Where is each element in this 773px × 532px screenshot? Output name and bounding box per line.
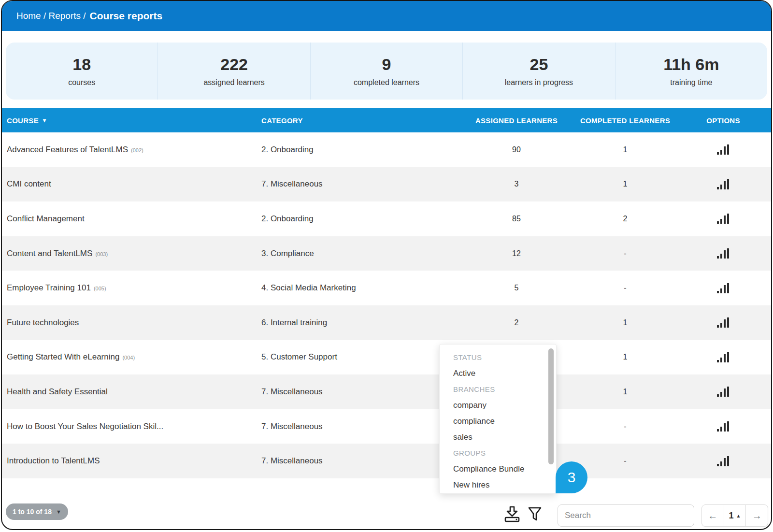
- bar-chart-icon[interactable]: [716, 421, 730, 432]
- course-name: Future technologies: [7, 318, 79, 327]
- dropdown-item-company[interactable]: company: [453, 397, 544, 413]
- bar-chart-icon[interactable]: [716, 179, 730, 190]
- stat-value: 11h 6m: [663, 55, 719, 74]
- column-header-completed-learners[interactable]: COMPLETED LEARNERS: [580, 116, 670, 125]
- course-name: Employee Training 101: [7, 283, 91, 292]
- rows-range-dropdown[interactable]: 1 to 10 of 18 ▼: [6, 503, 68, 520]
- breadcrumb[interactable]: Home / Reports /: [16, 11, 86, 21]
- stat-value: 25: [530, 55, 548, 74]
- stat-courses: 18 courses: [6, 43, 157, 100]
- page-number-selector[interactable]: 1 ▲: [724, 505, 746, 526]
- category-cell: 7. Miscellaneous: [261, 422, 466, 431]
- assigned-learners-cell: 3: [515, 180, 519, 188]
- table-row[interactable]: CMI content 7. Miscellaneous 3 1: [2, 167, 771, 202]
- bar-chart-icon[interactable]: [716, 248, 730, 259]
- completed-learners-cell: 1: [623, 180, 628, 188]
- category-cell: 2. Onboarding: [261, 214, 466, 224]
- table-row[interactable]: Content and TalentLMS(003) 3. Compliance…: [2, 236, 771, 271]
- stat-value: 18: [72, 55, 91, 74]
- table-row[interactable]: How to Boost Your Sales Negotiation Skil…: [2, 409, 771, 444]
- course-cell[interactable]: Employee Training 101(005): [2, 283, 261, 293]
- bar-chart-icon[interactable]: [716, 144, 730, 155]
- pagination: ← 1 ▲ →: [701, 504, 768, 527]
- bar-chart-icon[interactable]: [716, 213, 730, 224]
- course-name: How to Boost Your Sales Negotiation Skil…: [7, 422, 163, 431]
- assigned-learners-cell: 90: [512, 145, 521, 154]
- assigned-learners-cell: 2: [515, 318, 519, 327]
- rows-range-label: 1 to 10 of 18: [13, 508, 52, 516]
- table-row[interactable]: Advanced Features of TalentLMS(002) 2. O…: [2, 132, 771, 167]
- course-cell[interactable]: Content and TalentLMS(003): [2, 249, 261, 259]
- dropdown-item-compliance[interactable]: compliance: [453, 413, 544, 429]
- completed-learners-cell: -: [624, 457, 626, 465]
- category-cell: 7. Miscellaneous: [261, 179, 466, 189]
- course-cell[interactable]: Health and Safety Essential: [2, 387, 261, 397]
- table-row[interactable]: Introduction to TalentLMS 7. Miscellaneo…: [2, 444, 771, 478]
- completed-learners-cell: -: [624, 284, 626, 292]
- dropdown-scrollbar[interactable]: [548, 348, 554, 464]
- dropdown-item-new-hires[interactable]: New hires: [453, 477, 544, 493]
- assigned-learners-cell: 12: [512, 249, 521, 258]
- stat-label: completed learners: [354, 78, 419, 87]
- table-body: Advanced Features of TalentLMS(002) 2. O…: [2, 132, 771, 478]
- column-header-category[interactable]: CATEGORY: [261, 116, 466, 125]
- column-label: COURSE: [7, 116, 39, 125]
- search-input[interactable]: [558, 504, 694, 527]
- dropdown-section-branches: BRANCHES: [453, 381, 544, 397]
- course-code: (002): [131, 147, 143, 153]
- category-cell: 2. Onboarding: [261, 145, 466, 155]
- course-cell[interactable]: Future technologies: [2, 318, 261, 328]
- breadcrumb-bar: Home / Reports / Course reports: [2, 1, 771, 31]
- stat-completed-learners: 9 completed learners: [310, 43, 462, 100]
- caret-down-icon: ▼: [56, 509, 61, 515]
- bar-chart-icon[interactable]: [716, 317, 730, 328]
- category-cell: 5. Customer Support: [261, 352, 466, 362]
- assigned-learners-cell: 85: [512, 215, 521, 223]
- bar-chart-icon[interactable]: [716, 283, 730, 294]
- course-cell[interactable]: Introduction to TalentLMS: [2, 456, 261, 466]
- table-row[interactable]: Employee Training 101(005) 4. Social Med…: [2, 271, 771, 305]
- dropdown-item-active[interactable]: Active: [453, 365, 544, 381]
- bar-chart-icon[interactable]: [716, 386, 730, 397]
- stat-value: 9: [382, 55, 391, 74]
- course-cell[interactable]: How to Boost Your Sales Negotiation Skil…: [2, 422, 261, 431]
- stats-band: 18 courses 222 assigned learners 9 compl…: [6, 43, 767, 100]
- column-header-assigned-learners[interactable]: ASSIGNED LEARNERS: [475, 116, 558, 125]
- table-row[interactable]: Getting Started With eLearning(004) 5. C…: [2, 340, 771, 375]
- download-icon[interactable]: [503, 504, 521, 523]
- stat-training-time: 11h 6m training time: [615, 43, 767, 100]
- caret-up-icon: ▲: [736, 513, 741, 518]
- next-page-button[interactable]: →: [745, 505, 768, 526]
- bar-chart-icon[interactable]: [716, 456, 730, 467]
- category-cell: 6. Internal training: [261, 318, 466, 328]
- completed-learners-cell: -: [624, 422, 626, 431]
- completed-learners-cell: 1: [623, 353, 628, 361]
- step-callout-badge: 3: [556, 461, 587, 493]
- completed-learners-cell: 1: [623, 145, 628, 154]
- table-row[interactable]: Future technologies 6. Internal training…: [2, 305, 771, 340]
- course-name: CMI content: [7, 179, 51, 188]
- dropdown-item-compliance-bundle[interactable]: Compliance Bundle: [453, 461, 544, 477]
- course-cell[interactable]: Conflict Management: [2, 214, 261, 224]
- bar-chart-icon[interactable]: [716, 352, 730, 363]
- table-row[interactable]: Health and Safety Essential 7. Miscellan…: [2, 374, 771, 409]
- dropdown-item-sales[interactable]: sales: [453, 429, 544, 445]
- completed-learners-cell: -: [624, 249, 626, 258]
- table-row[interactable]: Conflict Management 2. Onboarding 85 2: [2, 201, 771, 236]
- course-name: Health and Safety Essential: [7, 387, 108, 396]
- filter-funnel-icon[interactable]: [527, 506, 543, 522]
- course-code: (004): [122, 355, 135, 360]
- previous-page-button[interactable]: ←: [702, 505, 724, 526]
- course-cell[interactable]: CMI content: [2, 179, 261, 189]
- stat-label: training time: [670, 78, 712, 87]
- table-header: COURSE ▾ CATEGORY ASSIGNED LEARNERS COMP…: [2, 108, 771, 132]
- course-name: Introduction to TalentLMS: [7, 456, 100, 465]
- page-title: Course reports: [90, 10, 163, 22]
- dropdown-section-groups: GROUPS: [453, 445, 544, 461]
- course-cell[interactable]: Advanced Features of TalentLMS(002): [2, 145, 261, 155]
- column-header-course[interactable]: COURSE ▾: [2, 116, 261, 125]
- category-cell: 3. Compliance: [261, 249, 466, 259]
- course-cell[interactable]: Getting Started With eLearning(004): [2, 352, 261, 362]
- course-code: (005): [94, 286, 106, 291]
- stat-label: courses: [68, 78, 95, 87]
